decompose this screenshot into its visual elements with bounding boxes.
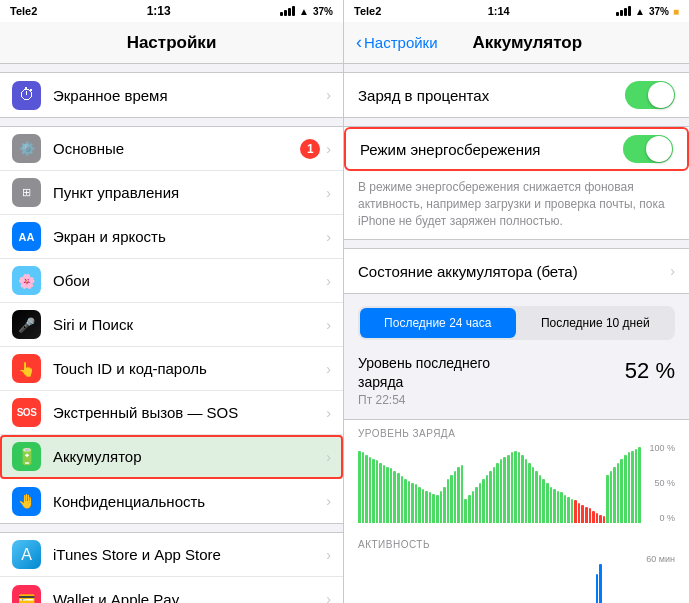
battery-bar — [372, 459, 375, 523]
battery-bar — [603, 516, 606, 522]
wallet-icon: 💳 — [12, 585, 41, 604]
charge-percent-row: Заряд в процентах — [344, 73, 689, 117]
section-main: ⚙️ Основные 1 › ⊞ Пункт управления › AA … — [0, 126, 343, 524]
activity-bar — [596, 574, 599, 603]
privacy-label: Конфиденциальность — [53, 493, 326, 510]
chevron-touch: › — [326, 361, 331, 377]
sos-label: Экстренный вызов — SOS — [53, 404, 326, 421]
control-center-icon: ⊞ — [12, 178, 41, 207]
left-panel: Tele2 1:13 ▲ 37% Настройки ⏱ Экранное вр… — [0, 0, 344, 603]
item-wallet[interactable]: 💳 Wallet и Apple Pay › — [0, 577, 343, 603]
battery-bar — [507, 455, 510, 523]
battery-bar — [613, 467, 616, 523]
wifi-icon-right: ▲ — [635, 6, 645, 17]
item-display[interactable]: AA Экран и яркость › — [0, 215, 343, 259]
status-bar-right: Tele2 1:14 ▲ 37% ■ — [344, 0, 689, 22]
item-touch-id[interactable]: 👆 Touch ID и код-пароль › — [0, 347, 343, 391]
battery-bars — [358, 443, 675, 523]
siri-icon: 🎤 — [12, 310, 41, 339]
battery-bar — [386, 467, 389, 523]
nav-header-right: ‹ Настройки Аккумулятор — [344, 22, 689, 64]
battery-bar — [489, 471, 492, 523]
battery-bar — [422, 489, 425, 523]
y-label-100: 100 % — [643, 443, 675, 453]
item-sos[interactable]: SOS Экстренный вызов — SOS › — [0, 391, 343, 435]
toggle-thumb-energy — [646, 136, 672, 162]
segment-24h[interactable]: Последние 24 часа — [360, 308, 516, 338]
activity-chart: 60 мин — [358, 554, 675, 603]
battery-chart: 100 % 50 % 0 % — [358, 443, 675, 523]
battery-bar — [553, 489, 556, 523]
battery-bar — [401, 476, 404, 522]
touch-id-label: Touch ID и код-пароль — [53, 360, 326, 377]
chevron-sos: › — [326, 405, 331, 421]
battery-state-row[interactable]: Состояние аккумулятора (бета) › — [344, 249, 689, 293]
activity-chart-title: АКТИВНОСТЬ — [358, 539, 675, 550]
battery-bar — [447, 479, 450, 523]
battery-bar — [383, 465, 386, 523]
battery-bar — [379, 463, 382, 523]
wallpaper-label: Обои — [53, 272, 326, 289]
battery-bar — [624, 455, 627, 523]
last-charge-subtitle: Пт 22:54 — [358, 393, 490, 407]
battery-chart-title: УРОВЕНЬ ЗАРЯДА — [358, 428, 675, 439]
chevron-display: › — [326, 229, 331, 245]
screen-time-icon: ⏱ — [12, 81, 41, 110]
battery-bar — [592, 511, 595, 523]
item-wallpaper[interactable]: 🌸 Обои › — [0, 259, 343, 303]
battery-bar — [436, 495, 439, 523]
item-itunes[interactable]: A iTunes Store и App Store › — [0, 533, 343, 577]
battery-page-title: Аккумулятор — [438, 33, 617, 53]
battery-bar — [496, 463, 499, 523]
battery-bar — [528, 463, 531, 523]
back-chevron-icon: ‹ — [356, 32, 362, 53]
toggle-thumb-charge — [648, 82, 674, 108]
battery-bar — [511, 452, 514, 522]
segment-10d[interactable]: Последние 10 дней — [518, 308, 674, 338]
battery-bar — [393, 471, 396, 523]
battery-bar — [369, 457, 372, 523]
activity-y-label: 60 мин — [643, 554, 675, 603]
last-charge-info: Уровень последнегозаряда Пт 22:54 52 % — [344, 348, 689, 410]
battery-bar — [599, 515, 602, 523]
battery-bar — [557, 491, 560, 523]
battery-bar — [535, 471, 538, 523]
back-button[interactable]: ‹ Настройки — [356, 33, 438, 53]
energy-saving-toggle[interactable] — [623, 135, 673, 163]
battery-bar — [472, 491, 475, 523]
battery-bar — [464, 499, 467, 523]
battery-bar — [596, 513, 599, 523]
chevron-siri: › — [326, 317, 331, 333]
energy-saving-label: Режим энергосбережения — [360, 141, 623, 158]
energy-saving-row: Режим энергосбережения — [344, 127, 689, 171]
battery-chart-section: УРОВЕНЬ ЗАРЯДА 100 % 50 % 0 % — [344, 419, 689, 531]
control-center-label: Пункт управления — [53, 184, 326, 201]
activity-bar — [599, 564, 602, 603]
battery-bar — [404, 479, 407, 523]
battery-bar — [440, 491, 443, 523]
battery-bar — [479, 483, 482, 523]
battery-bar — [358, 451, 361, 523]
battery-bar — [429, 492, 432, 522]
battery-bar — [525, 459, 528, 523]
right-panel: Tele2 1:14 ▲ 37% ■ ‹ Настройки Аккумулят… — [344, 0, 689, 603]
battery-bar — [365, 455, 368, 523]
battery-bar — [574, 500, 577, 522]
battery-bar — [425, 491, 428, 523]
item-privacy[interactable]: 🤚 Конфиденциальность › — [0, 479, 343, 523]
battery-bar — [493, 467, 496, 523]
battery-bar — [482, 479, 485, 523]
signal-icon-right — [616, 6, 631, 16]
item-battery[interactable]: 🔋 Аккумулятор › — [0, 435, 343, 479]
charge-percent-toggle[interactable] — [625, 81, 675, 109]
chevron-itunes: › — [326, 547, 331, 563]
battery-bar — [571, 499, 574, 523]
battery-bar — [461, 465, 464, 523]
itunes-label: iTunes Store и App Store — [53, 546, 326, 563]
item-screen-time[interactable]: ⏱ Экранное время › — [0, 73, 343, 117]
item-control-center[interactable]: ⊞ Пункт управления › — [0, 171, 343, 215]
item-general[interactable]: ⚙️ Основные 1 › — [0, 127, 343, 171]
item-siri[interactable]: 🎤 Siri и Поиск › — [0, 303, 343, 347]
section-screen-time: ⏱ Экранное время › — [0, 72, 343, 118]
battery-bar — [560, 492, 563, 522]
